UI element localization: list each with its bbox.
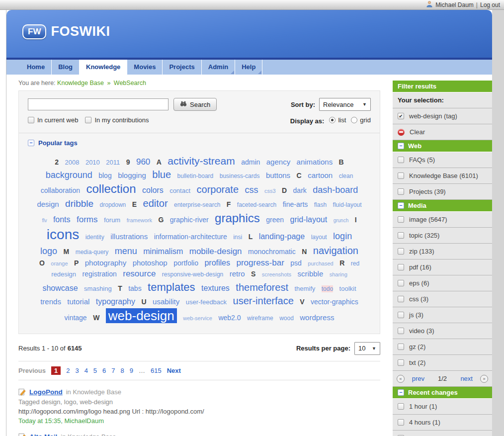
tag-blue[interactable]: blue	[152, 169, 171, 180]
tag-insi[interactable]: insi	[233, 234, 242, 241]
collapse-icon[interactable]: −	[28, 140, 34, 146]
tag-navigation[interactable]: navigation	[313, 245, 358, 256]
tag-smashing[interactable]: smashing	[84, 285, 112, 292]
pagination-next[interactable]: Next	[167, 367, 181, 374]
tag-wood[interactable]: wood	[279, 315, 294, 322]
checkbox-box[interactable]	[398, 403, 404, 410]
tag-logo[interactable]: logo	[40, 246, 57, 256]
tag-monochromatic[interactable]: monochromatic	[248, 248, 296, 256]
tag-forum[interactable]: forum	[104, 216, 120, 224]
pager-prev-link[interactable]: prev	[408, 375, 429, 382]
tag-collection[interactable]: collection	[86, 182, 136, 195]
tag-tabs[interactable]: tabs	[128, 284, 141, 292]
tag-toolkit[interactable]: toolkit	[339, 285, 356, 292]
tag-green[interactable]: green	[266, 216, 284, 224]
pager-first-icon[interactable]: «	[397, 375, 405, 383]
tag-background[interactable]: background	[46, 170, 92, 180]
tag-photoshop[interactable]: photoshop	[133, 259, 168, 267]
tag-collaboration[interactable]: collaboration	[41, 186, 80, 194]
tag-graphic-river[interactable]: graphic-river	[170, 216, 209, 224]
page-4[interactable]: 4	[84, 367, 88, 374]
tag-blogging[interactable]: blogging	[118, 171, 146, 179]
site-logo[interactable]: FW FOSWIKI	[22, 24, 110, 39]
tag-tutorial[interactable]: tutorial	[67, 297, 89, 306]
tag-clean[interactable]: clean	[339, 173, 353, 179]
result-title-link[interactable]: LogoPond	[29, 388, 63, 396]
selection-web-design-tag[interactable]: ✔web-design (tag)	[393, 108, 492, 124]
breadcrumb-link-knowledge-base[interactable]: Knowledge Base	[57, 80, 104, 87]
tag-2011[interactable]: 2011	[106, 159, 120, 166]
tag-mobile-design[interactable]: mobile-design	[189, 247, 242, 256]
tag-graphics[interactable]: graphics	[215, 211, 260, 225]
search-input[interactable]	[28, 98, 168, 110]
checkbox-box[interactable]	[398, 264, 404, 270]
tag-css3[interactable]: css3	[264, 188, 276, 194]
tag-photography[interactable]: photography	[85, 259, 126, 267]
checkbox-checked[interactable]: ✔	[398, 113, 404, 119]
search-button[interactable]: Search	[173, 98, 217, 111]
tag-menu[interactable]: menu	[115, 246, 137, 256]
result-title-link[interactable]: Alto Mail	[29, 433, 57, 436]
checkbox-box[interactable]	[398, 188, 404, 195]
tab-home[interactable]: Home	[20, 60, 52, 75]
tag-todo[interactable]: todo	[322, 285, 333, 292]
tab-projects[interactable]: Projects	[163, 60, 201, 75]
tag-grid-layout[interactable]: grid-layout	[290, 215, 328, 224]
tag-business-cards[interactable]: business-cards	[220, 173, 260, 179]
tag-animations[interactable]: animations	[297, 158, 333, 166]
tag-wordpress[interactable]: wordpress	[300, 313, 334, 322]
facet-knowledge-base-6101[interactable]: Knowledge Base (6101)	[393, 168, 492, 184]
page-6[interactable]: 6	[102, 367, 106, 374]
checkbox-box[interactable]	[398, 359, 404, 366]
tag-colors[interactable]: colors	[142, 186, 164, 194]
popular-tags-toggle[interactable]: − Popular tags	[19, 139, 380, 147]
checkbox-box[interactable]	[398, 344, 404, 350]
page-2[interactable]: 2	[66, 367, 70, 374]
tag-login[interactable]: login	[333, 231, 352, 241]
tag-trends[interactable]: trends	[40, 297, 61, 306]
facet-projects-39[interactable]: Projects (39)	[393, 184, 492, 200]
page-9[interactable]: 9	[130, 367, 133, 374]
display-option-list[interactable]: list	[329, 116, 346, 124]
tag-buttons[interactable]: buttons	[266, 171, 290, 179]
facet-css-3[interactable]: css (3)	[393, 291, 492, 307]
radio-button[interactable]	[329, 117, 336, 123]
tag-icons[interactable]: icons	[47, 227, 79, 242]
tag-flv[interactable]: flv	[42, 218, 47, 223]
tag-showcase[interactable]: showcase	[42, 284, 78, 292]
facet-faqs-5[interactable]: FAQs (5)	[393, 152, 492, 168]
tag-fine-arts[interactable]: fine-arts	[283, 200, 308, 208]
tag-themify[interactable]: themify	[294, 285, 315, 292]
tag-user-interface[interactable]: user-interface	[233, 295, 294, 306]
tag-landing-page[interactable]: landing-page	[259, 232, 305, 241]
tag-layout[interactable]: layout	[311, 234, 327, 241]
tag-vector-graphics[interactable]: vector-graphics	[311, 298, 358, 306]
tag-dash-board[interactable]: dash-board	[313, 185, 358, 195]
tag-contact[interactable]: contact	[169, 187, 190, 194]
tag-vintage[interactable]: vintage	[65, 314, 87, 322]
tag-progress-bar[interactable]: progress-bar	[236, 258, 284, 267]
checkbox-box[interactable]	[398, 312, 404, 318]
tag-resource[interactable]: resource	[123, 269, 156, 278]
tag-registration[interactable]: registration	[83, 270, 117, 278]
collapse-icon[interactable]: −	[398, 389, 404, 396]
section-header-web[interactable]: −Web	[393, 140, 492, 152]
section-header-media[interactable]: −Media	[393, 200, 492, 212]
collapse-icon[interactable]: −	[398, 143, 404, 149]
sort-select[interactable]: Relevance ▼	[319, 98, 371, 111]
facet-js-3[interactable]: js (3)	[393, 307, 492, 323]
facet-pdf-16[interactable]: pdf (16)	[393, 260, 492, 275]
tag-portfolio[interactable]: portfolio	[173, 259, 198, 267]
clear-filters-button[interactable]: Clear	[393, 124, 492, 140]
tag-redesign[interactable]: redesign	[51, 270, 76, 278]
pager-last-icon[interactable]: »	[480, 375, 488, 383]
checkbox-box[interactable]	[398, 232, 404, 239]
tag-dropdown[interactable]: dropdown	[100, 201, 126, 208]
page-7[interactable]: 7	[111, 367, 115, 374]
tag-dark[interactable]: dark	[293, 186, 307, 194]
checkbox-box[interactable]	[85, 117, 91, 123]
page-8[interactable]: 8	[121, 367, 124, 374]
tag-faceted-search[interactable]: faceted-search	[237, 201, 276, 208]
tag-sharing[interactable]: sharing	[330, 271, 347, 277]
facet-topic-325[interactable]: topic (325)	[393, 228, 492, 244]
